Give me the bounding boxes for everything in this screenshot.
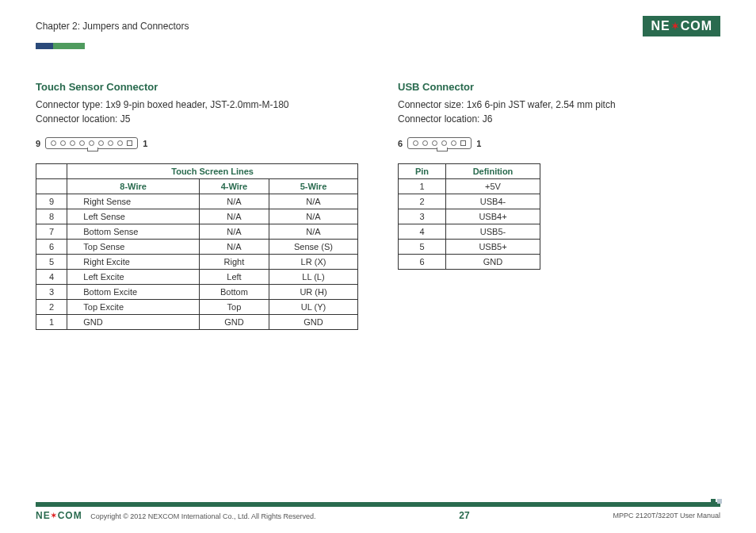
accent-green xyxy=(53,43,85,49)
col3: 5-Wire xyxy=(269,179,358,194)
table-cell: 9 xyxy=(36,194,67,209)
footer-logo-x-icon: ✶ xyxy=(51,512,58,520)
touch-table-body: 9Right SenseN/AN/A8Left SenseN/AN/A7Bott… xyxy=(36,194,358,330)
col1: 8-Wire xyxy=(67,179,200,194)
group-header: Touch Screen Lines xyxy=(67,164,358,179)
table-cell: UL (Y) xyxy=(269,300,358,315)
table-cell: Top Sense xyxy=(67,240,200,255)
table-row: 2Top ExciteTopUL (Y) xyxy=(36,300,358,315)
table-cell: 2 xyxy=(36,300,67,315)
page-number: 27 xyxy=(459,510,469,521)
pin-icon xyxy=(108,140,113,146)
table-row: 2USB4- xyxy=(399,194,540,209)
table-cell: LL (L) xyxy=(269,270,358,285)
usb-table: Pin Definition 1+5V2USB4-3USB4+4USB5-5US… xyxy=(398,163,540,270)
table-cell: Right Sense xyxy=(67,194,200,209)
pin-icon xyxy=(79,140,85,146)
usb-desc2: Connector location: J6 xyxy=(398,113,492,125)
table-cell: GND xyxy=(445,255,540,270)
footer-bar xyxy=(36,502,720,507)
table-row: 9Right SenseN/AN/A xyxy=(36,194,358,209)
table-cell: 5 xyxy=(399,240,446,255)
table-cell: 3 xyxy=(36,285,67,300)
footer-logo: NE✶COM xyxy=(36,510,82,521)
table-cell: N/A xyxy=(199,209,269,224)
table-cell: 4 xyxy=(36,270,67,285)
table-cell: Left Sense xyxy=(67,209,200,224)
table-cell: Right xyxy=(199,255,269,270)
table-cell: 3 xyxy=(399,209,446,224)
table-cell: 6 xyxy=(399,255,446,270)
table-cell: N/A xyxy=(199,194,269,209)
table-cell: GND xyxy=(67,315,200,330)
table-cell: N/A xyxy=(199,224,269,240)
table-cell: 7 xyxy=(36,224,67,240)
table-cell: USB4- xyxy=(445,194,540,209)
pin-icon xyxy=(117,140,123,146)
table-row: 1+5V xyxy=(399,179,540,194)
table-cell: GND xyxy=(269,315,358,330)
table-row: 6Top SenseN/ASense (S) xyxy=(36,240,358,255)
logo-right: COM xyxy=(681,19,712,33)
table-cell: N/A xyxy=(269,209,358,224)
col0 xyxy=(36,179,67,194)
content-columns: Touch Sensor Connector Connector type: 1… xyxy=(36,81,720,330)
table-cell: 5 xyxy=(36,255,67,270)
table-cell: 4 xyxy=(399,224,446,240)
table-cell: 2 xyxy=(399,194,446,209)
touch-sensor-desc: Connector type: 1x9 9-pin boxed header, … xyxy=(36,98,358,126)
table-cell: USB4+ xyxy=(445,209,540,224)
table-cell: LR (X) xyxy=(269,255,358,270)
table-cell: N/A xyxy=(269,194,358,209)
pin1-icon xyxy=(127,140,132,146)
table-row: 5USB5+ xyxy=(399,240,540,255)
usb-connector-diagram: 6 1 xyxy=(398,137,720,149)
right-column: USB Connector Connector size: 1x6 6-pin … xyxy=(398,81,720,330)
usb-connector-title: USB Connector xyxy=(398,81,720,93)
usb-pin-left-label: 6 xyxy=(398,139,403,148)
table-cell: Left Excite xyxy=(67,270,200,285)
table-row: 4Left ExciteLeftLL (L) xyxy=(36,270,358,285)
touch-connector-diagram: 9 1 xyxy=(36,137,358,149)
col2: 4-Wire xyxy=(199,179,269,194)
header: Chapter 2: Jumpers and Connectors NE✶COM xyxy=(36,16,720,36)
table-cell: Bottom xyxy=(199,285,269,300)
footer-logo-left: NE xyxy=(36,510,51,521)
pin1-icon xyxy=(460,140,466,146)
left-column: Touch Sensor Connector Connector type: 1… xyxy=(36,81,358,330)
copyright-text: Copyright © 2012 NEXCOM International Co… xyxy=(90,512,315,520)
table-row: 5Right ExciteRightLR (X) xyxy=(36,255,358,270)
table-row: 7Bottom SenseN/AN/A xyxy=(36,224,358,240)
table-cell: UR (H) xyxy=(269,285,358,300)
table-cell: 1 xyxy=(36,315,67,330)
footer: NE✶COM Copyright © 2012 NEXCOM Internati… xyxy=(36,502,720,521)
footer-left: NE✶COM Copyright © 2012 NEXCOM Internati… xyxy=(36,510,315,521)
table-cell: 1 xyxy=(399,179,446,194)
touch-pin-right-label: 1 xyxy=(143,139,147,148)
accent-bar xyxy=(36,43,720,49)
usb-desc1: Connector size: 1x6 6-pin JST wafer, 2.5… xyxy=(398,99,616,110)
table-row: 3USB4+ xyxy=(399,209,540,224)
table-cell: 6 xyxy=(36,240,67,255)
touch-pin-left-label: 9 xyxy=(36,139,40,148)
pin-icon xyxy=(51,140,56,146)
table-row: 6GND xyxy=(399,255,540,270)
usb-col0: Pin xyxy=(399,164,446,179)
mark-icon xyxy=(717,499,722,504)
table-cell: +5V xyxy=(445,179,540,194)
usb-pin-right-label: 1 xyxy=(476,139,481,148)
footer-logo-right: COM xyxy=(58,510,82,521)
table-cell: Bottom Excite xyxy=(67,285,200,300)
table-cell: 8 xyxy=(36,209,67,224)
table-cell: Top xyxy=(199,300,269,315)
table-cell: GND xyxy=(199,315,269,330)
usb-col1: Definition xyxy=(445,164,540,179)
table-row: 4USB5- xyxy=(399,224,540,240)
pin-icon xyxy=(98,140,104,146)
table-row: 8Left SenseN/AN/A xyxy=(36,209,358,224)
pin-icon xyxy=(432,140,437,146)
table-cell: N/A xyxy=(269,224,358,240)
logo-left: NE xyxy=(651,19,670,33)
pin-icon xyxy=(413,140,418,146)
pin-icon xyxy=(89,140,94,146)
